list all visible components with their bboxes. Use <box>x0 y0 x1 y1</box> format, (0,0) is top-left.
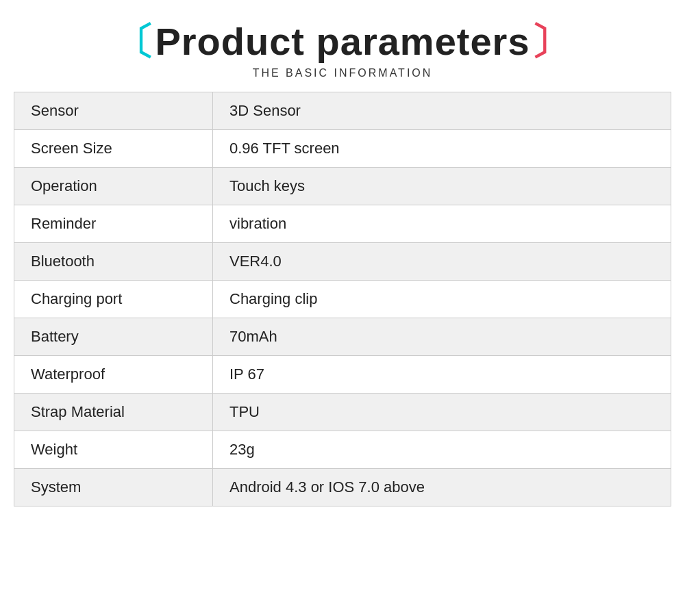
row-value: vibration <box>213 205 671 242</box>
table-row: Battery70mAh <box>14 318 671 355</box>
row-label: Sensor <box>14 92 213 129</box>
table-row: Sensor3D Sensor <box>14 92 671 129</box>
table-row: Strap MaterialTPU <box>14 393 671 431</box>
row-label: System <box>14 468 213 506</box>
row-label: Operation <box>14 167 213 205</box>
row-value: IP 67 <box>213 355 671 393</box>
row-value: 3D Sensor <box>213 92 671 129</box>
row-value: Android 4.3 or IOS 7.0 above <box>213 468 671 506</box>
row-value: 23g <box>213 431 671 468</box>
params-table: Sensor3D SensorScreen Size0.96 TFT scree… <box>14 92 671 506</box>
page-title: 〔Product parameters〕 <box>116 21 569 63</box>
table-row: Weight23g <box>14 431 671 468</box>
row-label: Charging port <box>14 280 213 318</box>
row-label: Strap Material <box>14 393 213 431</box>
row-label: Waterproof <box>14 355 213 393</box>
row-label: Bluetooth <box>14 242 213 280</box>
row-value: Charging clip <box>213 280 671 318</box>
table-row: Screen Size0.96 TFT screen <box>14 129 671 167</box>
header-section: 〔Product parameters〕 THE BASIC INFORMATI… <box>116 21 569 79</box>
row-value: Touch keys <box>213 167 671 205</box>
subtitle: THE BASIC INFORMATION <box>116 67 569 79</box>
table-row: OperationTouch keys <box>14 167 671 205</box>
table-row: Remindervibration <box>14 205 671 242</box>
table-row: SystemAndroid 4.3 or IOS 7.0 above <box>14 468 671 506</box>
row-value: TPU <box>213 393 671 431</box>
table-row: BluetoothVER4.0 <box>14 242 671 280</box>
row-value: VER4.0 <box>213 242 671 280</box>
table-row: WaterproofIP 67 <box>14 355 671 393</box>
row-label: Battery <box>14 318 213 355</box>
bracket-right: 〕 <box>530 20 569 63</box>
title-text: Product parameters <box>155 20 530 63</box>
row-label: Weight <box>14 431 213 468</box>
bracket-left: 〔 <box>116 20 155 63</box>
row-label: Screen Size <box>14 129 213 167</box>
table-row: Charging portCharging clip <box>14 280 671 318</box>
row-value: 0.96 TFT screen <box>213 129 671 167</box>
row-label: Reminder <box>14 205 213 242</box>
row-value: 70mAh <box>213 318 671 355</box>
